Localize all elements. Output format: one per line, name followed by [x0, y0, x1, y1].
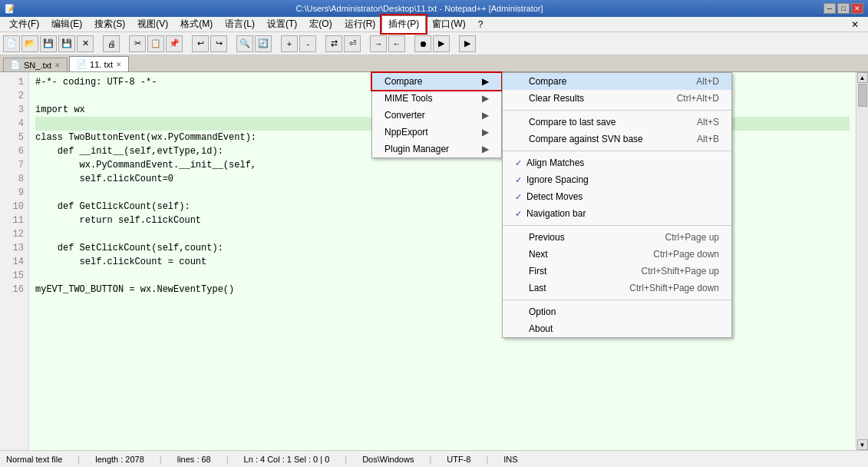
tab-11-label: 11. txt: [90, 60, 113, 69]
menu-converter[interactable]: Converter ▶: [372, 107, 501, 124]
menu-macro[interactable]: 宏(O): [303, 16, 338, 32]
maximize-button[interactable]: □: [837, 3, 850, 14]
status-bar: Normal text file | length : 2078 | lines…: [0, 450, 868, 467]
submenu-clear-results[interactable]: Clear Results Ctrl+Alt+D: [503, 90, 731, 107]
toolbar-save[interactable]: 💾: [40, 35, 57, 52]
menu-settings[interactable]: 设置(T): [261, 16, 303, 32]
toolbar-redo[interactable]: ↪: [210, 35, 227, 52]
toolbar-paste[interactable]: 📌: [166, 35, 183, 52]
clear-results-shortcut: Ctrl+Alt+D: [677, 93, 719, 104]
status-line-ending: Dos\Windows: [362, 455, 414, 464]
nppexport-arrow: ▶: [482, 127, 489, 137]
tab-sn-icon: 📄: [10, 60, 21, 70]
ignore-spacing-label: Ignore Spacing: [526, 174, 589, 185]
plugin-manager-label: Plugin Manager: [384, 144, 449, 154]
title-bar-title: C:\Users\Administrator\Desktop\11.txt - …: [15, 4, 823, 13]
submenu-compare-label: Compare: [529, 76, 566, 87]
compare-label: Compare: [384, 76, 422, 87]
submenu-option[interactable]: Option: [503, 303, 731, 320]
toolbar-open[interactable]: 📂: [21, 35, 38, 52]
submenu-previous[interactable]: Previous Ctrl+Page up: [503, 229, 731, 246]
submenu-ignore-spacing[interactable]: ✓Ignore Spacing: [503, 171, 731, 188]
previous-shortcut: Ctrl+Page up: [665, 232, 719, 243]
previous-label: Previous: [529, 232, 565, 243]
scrollbar[interactable]: ▲ ▼: [856, 72, 868, 450]
submenu-detect-moves[interactable]: ✓Detect Moves: [503, 188, 731, 205]
toolbar-wordwrap[interactable]: ⏎: [344, 35, 361, 52]
scroll-thumb[interactable]: [858, 84, 867, 107]
detect-moves-label: Detect Moves: [526, 191, 583, 202]
submenu-navigation-bar[interactable]: ✓Navigation bar: [503, 205, 731, 222]
toolbar-print[interactable]: 🖨: [103, 35, 120, 52]
toolbar-zoomin[interactable]: +: [281, 35, 298, 52]
close-x[interactable]: ✕: [845, 18, 865, 31]
menu-plugin-manager[interactable]: Plugin Manager ▶: [372, 141, 501, 157]
scroll-track[interactable]: [857, 83, 868, 439]
toolbar-zoomout[interactable]: -: [299, 35, 316, 52]
toolbar-sync-scroll[interactable]: ⇄: [325, 35, 342, 52]
toolbar-macro-play[interactable]: ▶: [433, 35, 450, 52]
toolbar-replace[interactable]: 🔄: [255, 35, 272, 52]
toolbar-undo[interactable]: ↩: [192, 35, 209, 52]
toolbar-cut[interactable]: ✂: [129, 35, 146, 52]
menu-plugins[interactable]: 插件(P): [381, 15, 426, 33]
toolbar-saveall[interactable]: 💾: [58, 35, 75, 52]
status-cursor: Ln : 4 Col : 1 Sel : 0 | 0: [244, 455, 330, 464]
align-matches-label: Align Matches: [526, 157, 584, 168]
menu-nppexport[interactable]: NppExport ▶: [372, 124, 501, 141]
submenu-about[interactable]: About: [503, 320, 731, 337]
menu-help[interactable]: ?: [472, 18, 490, 31]
scroll-up[interactable]: ▲: [857, 72, 868, 83]
toolbar-indent[interactable]: →: [370, 35, 387, 52]
detect-moves-check: ✓: [515, 192, 522, 201]
submenu-sep-1: [503, 110, 731, 111]
menu-language[interactable]: 语言(L): [219, 16, 261, 32]
tab-sn[interactable]: 📄 SN_.txt ✕: [3, 58, 68, 71]
clear-results-label: Clear Results: [529, 93, 584, 104]
submenu-compare-last-save[interactable]: Compare to last save Alt+S: [503, 114, 731, 131]
compare-svn-shortcut: Alt+B: [697, 134, 719, 144]
toolbar-close[interactable]: ✕: [77, 35, 94, 52]
toolbar-find[interactable]: 🔍: [236, 35, 253, 52]
compare-arrow: ▶: [482, 76, 489, 87]
close-button[interactable]: ✕: [851, 3, 863, 14]
submenu-align-matches[interactable]: ✓Align Matches: [503, 154, 731, 171]
scroll-down[interactable]: ▼: [857, 439, 868, 450]
plugin-manager-arrow: ▶: [482, 144, 489, 154]
tab-sn-close[interactable]: ✕: [54, 61, 61, 69]
status-file-type: Normal text file: [6, 455, 62, 464]
toolbar-new[interactable]: 📄: [3, 35, 20, 52]
submenu-next[interactable]: Next Ctrl+Page down: [503, 246, 731, 263]
minimize-button[interactable]: ─: [823, 3, 836, 14]
navigation-bar-label: Navigation bar: [526, 208, 586, 219]
toolbar-copy[interactable]: 📋: [147, 35, 164, 52]
menu-file[interactable]: 文件(F): [3, 16, 45, 32]
toolbar-run[interactable]: ▶: [459, 35, 476, 52]
submenu-first[interactable]: First Ctrl+Shift+Page up: [503, 263, 731, 280]
menu-run[interactable]: 运行(R): [338, 16, 382, 32]
about-label: About: [529, 323, 553, 334]
title-bar-controls: ─ □ ✕: [823, 3, 863, 14]
first-shortcut: Ctrl+Shift+Page up: [642, 266, 719, 277]
menu-view[interactable]: 视图(V): [131, 16, 174, 32]
submenu-last[interactable]: Last Ctrl+Shift+Page down: [503, 280, 731, 296]
next-shortcut: Ctrl+Page down: [653, 249, 719, 260]
submenu-sep-3: [503, 225, 731, 226]
align-matches-check: ✓: [515, 158, 522, 167]
tab-11-icon: 📄: [76, 59, 87, 69]
compare-submenu: Compare Alt+D Clear Results Ctrl+Alt+D C…: [502, 72, 732, 338]
submenu-compare[interactable]: Compare Alt+D: [503, 73, 731, 90]
menu-bar: 文件(F) 编辑(E) 搜索(S) 视图(V) 格式(M) 语言(L) 设置(T…: [0, 17, 868, 32]
tab-11-close[interactable]: ✕: [116, 61, 122, 68]
submenu-compare-svn[interactable]: Compare against SVN base Alt+B: [503, 131, 731, 147]
toolbar-macro-record[interactable]: ⏺: [414, 35, 431, 52]
menu-search[interactable]: 搜索(S): [88, 16, 131, 32]
first-label: First: [529, 266, 546, 277]
menu-format[interactable]: 格式(M): [174, 16, 219, 32]
menu-window[interactable]: 窗口(W): [426, 16, 471, 32]
menu-edit[interactable]: 编辑(E): [45, 16, 88, 32]
tab-11[interactable]: 📄 11. txt ✕: [69, 56, 129, 71]
menu-mime-tools[interactable]: MIME Tools ▶: [372, 90, 501, 107]
menu-compare[interactable]: Compare ▶: [372, 73, 501, 90]
toolbar-unindent[interactable]: ←: [388, 35, 405, 52]
